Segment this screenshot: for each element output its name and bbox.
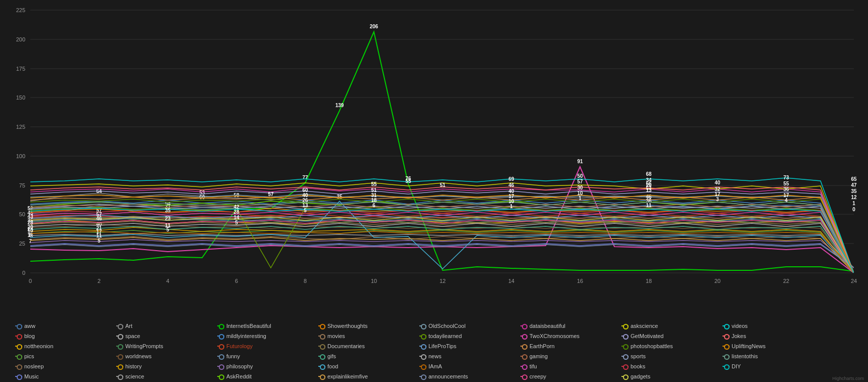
- svg-text:14: 14: [508, 278, 514, 284]
- legend-item-askscience: askscience: [621, 323, 722, 329]
- svg-text:139: 139: [335, 103, 344, 108]
- legend-item-books: books: [621, 363, 722, 369]
- legend-label: aww: [24, 323, 35, 329]
- legend-item-lifeprotips: LifeProTips: [419, 343, 520, 349]
- legend-item-creepy: creepy: [520, 373, 621, 379]
- svg-text:43: 43: [27, 214, 33, 219]
- legend-item-art: Art: [116, 323, 217, 329]
- svg-text:36: 36: [783, 186, 789, 192]
- svg-text:18: 18: [646, 278, 652, 284]
- legend-item-iib: InternetIsBeautiful: [217, 323, 318, 329]
- svg-text:1: 1: [510, 204, 513, 209]
- svg-text:7: 7: [29, 238, 32, 244]
- legend-item-writingprompts: WritingPrompts: [116, 343, 217, 349]
- legend-item-space: space: [116, 333, 217, 339]
- legend-item-diy: DIY: [722, 363, 824, 369]
- chart-credit: Highcharts.com: [832, 376, 864, 381]
- svg-text:1: 1: [578, 196, 582, 201]
- legend-item-futurology: Futurology: [217, 343, 318, 349]
- svg-text:20: 20: [714, 278, 720, 284]
- svg-text:0: 0: [852, 207, 855, 212]
- legend-item-worldnews: worldnews: [116, 353, 217, 359]
- svg-text:69: 69: [508, 176, 514, 182]
- svg-text:25: 25: [19, 241, 25, 247]
- svg-text:5: 5: [98, 238, 101, 244]
- svg-text:55: 55: [371, 181, 377, 187]
- svg-text:6: 6: [235, 278, 238, 284]
- svg-text:28: 28: [233, 209, 239, 215]
- svg-text:2: 2: [98, 278, 101, 284]
- legend-item-pics: pics: [15, 353, 116, 359]
- legend-item-history: history: [116, 363, 217, 369]
- svg-text:73: 73: [783, 175, 789, 180]
- svg-text:3: 3: [716, 197, 719, 202]
- svg-text:51: 51: [440, 182, 446, 188]
- svg-text:23: 23: [165, 216, 171, 221]
- legend-item-nosleep: nosleep: [15, 363, 116, 369]
- svg-text:0: 0: [22, 270, 25, 276]
- svg-text:200: 200: [16, 36, 25, 42]
- svg-text:11: 11: [646, 203, 652, 208]
- svg-text:68: 68: [646, 171, 652, 177]
- legend-item-science: science: [116, 373, 217, 379]
- svg-text:8: 8: [29, 232, 32, 238]
- legend-item-listentothis: listentothis: [722, 353, 824, 359]
- svg-text:46: 46: [96, 216, 102, 221]
- svg-text:12: 12: [440, 278, 446, 284]
- svg-text:4: 4: [785, 198, 788, 203]
- legend-item-nottheonion: nottheonion: [15, 343, 116, 349]
- svg-text:75: 75: [19, 182, 25, 188]
- svg-text:10: 10: [371, 278, 377, 284]
- svg-text:13: 13: [646, 187, 652, 193]
- svg-text:57: 57: [577, 179, 583, 184]
- legend-item-twox: TwoXChromosomes: [520, 333, 621, 339]
- svg-text:46: 46: [508, 182, 514, 188]
- legend-item-sports: sports: [621, 353, 722, 359]
- legend-item-oldschoolcool: OldSchoolCool: [419, 323, 520, 329]
- svg-text:8: 8: [304, 278, 307, 284]
- legend-item-philosophy: philosophy: [217, 363, 318, 369]
- svg-text:40: 40: [714, 180, 720, 185]
- svg-text:65: 65: [851, 176, 857, 182]
- svg-text:35: 35: [851, 188, 857, 194]
- legend-item-earthporn: EarthPorn: [520, 343, 621, 349]
- legend-item-eli5: explainlikeimfive: [318, 373, 419, 379]
- legend-item-photoshopbattles: photoshopbattles: [621, 343, 722, 349]
- svg-text:5: 5: [235, 220, 238, 225]
- svg-text:5: 5: [166, 227, 169, 232]
- svg-text:22: 22: [783, 278, 789, 284]
- svg-text:225: 225: [16, 7, 25, 13]
- legend-item-videos: videos: [722, 323, 824, 329]
- legend-item-blog: blog: [15, 333, 116, 339]
- svg-text:30: 30: [577, 185, 583, 190]
- svg-text:125: 125: [16, 124, 25, 130]
- svg-text:4: 4: [166, 278, 169, 284]
- svg-text:35: 35: [165, 208, 171, 213]
- svg-text:6: 6: [372, 203, 375, 208]
- legend-item-documentaries: Documentaries: [318, 343, 419, 349]
- legend-item-todayilearned: todayilearned: [419, 333, 520, 339]
- svg-text:77: 77: [302, 175, 308, 180]
- svg-text:150: 150: [16, 94, 25, 101]
- svg-text:91: 91: [577, 159, 583, 164]
- legend-item-iama: IAmA: [419, 363, 520, 369]
- legend-item-gadgets: gadgets: [621, 373, 722, 379]
- legend-item-getmotivated: GetMotivated: [621, 333, 722, 339]
- svg-text:57: 57: [268, 192, 274, 197]
- svg-rect-0: [0, 0, 868, 344]
- svg-text:12: 12: [851, 195, 857, 200]
- legend-item-movies: movies: [318, 333, 419, 339]
- svg-text:5: 5: [304, 208, 307, 213]
- svg-text:55: 55: [783, 181, 789, 186]
- legend-item-aww: aww: [15, 323, 116, 329]
- svg-text:47: 47: [851, 182, 857, 188]
- legend-item-upliftingnews: UpliftingNews: [722, 343, 824, 349]
- legend-item-showerthoughts: Showerthoughts: [318, 323, 419, 329]
- svg-text:16: 16: [577, 278, 583, 284]
- svg-text:55: 55: [405, 178, 411, 184]
- legend-item-jokes: Jokes: [722, 333, 824, 339]
- svg-text:50: 50: [19, 211, 25, 217]
- legend-item-funny: funny: [217, 353, 318, 359]
- legend-item-askreddit: AskReddit: [217, 373, 318, 379]
- legend-item-dataisbeautiful: dataisbeautiful: [520, 323, 621, 329]
